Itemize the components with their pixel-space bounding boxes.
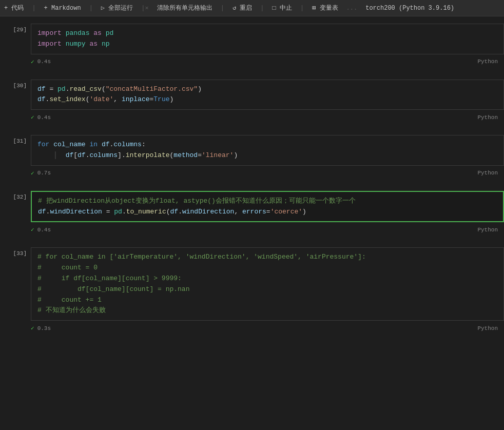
kernel-label: torch200 (Python 3.9.16) — [365, 5, 454, 12]
cell-time-30: 0.4s — [37, 114, 51, 121]
toolbar-clear-all[interactable]: 清除所有单元格输出 — [157, 4, 212, 12]
cell-gutter-29: [29] — [0, 24, 31, 54]
cell-check-29: ✓ — [31, 58, 34, 65]
status-lang-31: Python — [477, 170, 498, 176]
sep6: | — [300, 5, 304, 12]
status-left-29: ✓ 0.4s — [31, 58, 51, 65]
cell-gutter-32: [32] — [0, 191, 31, 223]
sep1: | — [32, 5, 35, 12]
status-left-33: ✓ 0.3s — [31, 325, 51, 331]
clear-all-label: 清除所有单元格输出 — [157, 4, 212, 12]
toolbar-markdown[interactable]: + Markdown — [44, 5, 81, 12]
code-line: # df[col_name][count] = np.nan — [37, 284, 497, 295]
notebook-toolbar: + 代码 | + Markdown | ▷ 全部运行 |✕ 清除所有单元格输出 … — [0, 0, 504, 16]
status-lang-32: Python — [477, 227, 498, 233]
toolbar-kernel[interactable]: torch200 (Python 3.9.16) — [365, 5, 454, 12]
code-line: # count = 0 — [37, 263, 497, 273]
cell-body-31[interactable]: for col_name in df.columns: │ df[df.colu… — [31, 135, 504, 166]
cell-number-32: [32] — [13, 194, 27, 200]
cell-time-32: 0.4s — [37, 227, 51, 233]
cell-container-31: [31] for col_name in df.columns: │ df[df… — [0, 133, 504, 168]
status-left-31: ✓ 0.7s — [31, 170, 51, 177]
code-label: + 代码 — [4, 4, 24, 12]
status-lang-29: Python — [477, 58, 498, 65]
cell-gutter-33: [33] — [0, 247, 31, 321]
status-left-32: ✓ 0.4s — [31, 226, 51, 233]
cell-body-29[interactable]: import pandas as pd import numpy as np — [31, 24, 504, 54]
cell-check-32: ✓ — [31, 226, 34, 233]
cell-wrapper-32: [32] # 把windDirection从object变换为float, as… — [0, 189, 504, 236]
toolbar-interrupt[interactable]: □ 中止 — [273, 4, 292, 12]
sep7: ... — [346, 5, 358, 12]
cell-time-33: 0.3s — [37, 325, 51, 331]
sep5: | — [260, 5, 264, 12]
cell-wrapper-31: [31] for col_name in df.columns: │ df[df… — [0, 133, 504, 179]
cell-wrapper-30: [30] df = pd.read_csv("concatMultiFactor… — [0, 77, 504, 123]
toolbar-var-table[interactable]: ⊞ 变量表 — [312, 4, 338, 12]
cell-body-30[interactable]: df = pd.read_csv("concatMultiFactor.csv"… — [31, 80, 504, 110]
notebook-area: [29] import pandas as pd import numpy as… — [0, 16, 504, 341]
status-lang-33: Python — [477, 325, 498, 331]
code-line: for col_name in df.columns: — [37, 140, 497, 150]
cell-status-33: ✓ 0.3s Python — [0, 323, 504, 334]
restart-label: ↺ 重启 — [232, 4, 252, 12]
cell-body-33[interactable]: # for col_name in ['airTemperature', 'wi… — [31, 247, 504, 321]
cell-container-32: [32] # 把windDirection从object变换为float, as… — [0, 189, 504, 225]
cell-status-30: ✓ 0.4s Python — [0, 112, 504, 123]
code-line: # if df[col_name][count] > 9999: — [37, 273, 497, 284]
cell-number-30: [30] — [13, 83, 27, 89]
sep2: | — [89, 5, 93, 12]
code-line: │ df[df.columns].interpolate(method='lin… — [37, 150, 497, 161]
cell-check-33: ✓ — [31, 325, 34, 331]
cell-number-29: [29] — [13, 27, 27, 33]
interrupt-label: □ 中止 — [273, 4, 292, 12]
code-line: df.set_index('date', inplace=True) — [37, 94, 497, 105]
var-table-label: ⊞ 变量表 — [312, 4, 338, 12]
cell-number-31: [31] — [13, 138, 27, 144]
code-line: # for col_name in ['airTemperature', 'wi… — [37, 252, 497, 263]
code-line: # 不知道为什么会失败 — [37, 305, 497, 316]
cell-gutter-31: [31] — [0, 135, 31, 166]
cell-wrapper-29: [29] import pandas as pd import numpy as… — [0, 22, 504, 67]
markdown-label: + Markdown — [44, 5, 81, 12]
cell-status-31: ✓ 0.7s Python — [0, 168, 504, 179]
cell-status-32: ✓ 0.4s Python — [0, 224, 504, 235]
cell-gutter-30: [30] — [0, 80, 31, 110]
code-line: df.windDirection = pd.to_numeric(df.wind… — [38, 207, 497, 218]
cell-time-31: 0.7s — [37, 170, 51, 176]
cell-check-31: ✓ — [31, 170, 34, 177]
toolbar-restart[interactable]: ↺ 重启 — [232, 4, 252, 12]
sep4: | — [221, 5, 224, 12]
cell-container-33: [33] # for col_name in ['airTemperature'… — [0, 245, 504, 323]
sep3: |✕ — [141, 4, 148, 12]
cell-wrapper-33: [33] # for col_name in ['airTemperature'… — [0, 245, 504, 334]
status-lang-30: Python — [477, 114, 498, 121]
code-line: # 把windDirection从object变换为float, astype(… — [38, 196, 497, 207]
toolbar-run-all[interactable]: ▷ 全部运行 — [101, 4, 133, 12]
cell-number-33: [33] — [13, 250, 27, 257]
toolbar-code[interactable]: + 代码 — [4, 4, 24, 12]
cell-container-29: [29] import pandas as pd import numpy as… — [0, 22, 504, 56]
run-all-label: ▷ 全部运行 — [101, 4, 133, 12]
cell-check-30: ✓ — [31, 114, 34, 121]
cell-status-29: ✓ 0.4s Python — [0, 56, 504, 67]
code-line: import pandas as pd — [37, 28, 497, 39]
code-line: # count += 1 — [37, 295, 497, 306]
status-left-30: ✓ 0.4s — [31, 114, 51, 121]
code-line: df = pd.read_csv("concatMultiFactor.csv"… — [37, 84, 497, 95]
cell-time-29: 0.4s — [37, 58, 51, 65]
code-line: import numpy as np — [37, 39, 497, 50]
cell-container-30: [30] df = pd.read_csv("concatMultiFactor… — [0, 77, 504, 112]
cell-body-32[interactable]: # 把windDirection从object变换为float, astype(… — [31, 191, 504, 223]
